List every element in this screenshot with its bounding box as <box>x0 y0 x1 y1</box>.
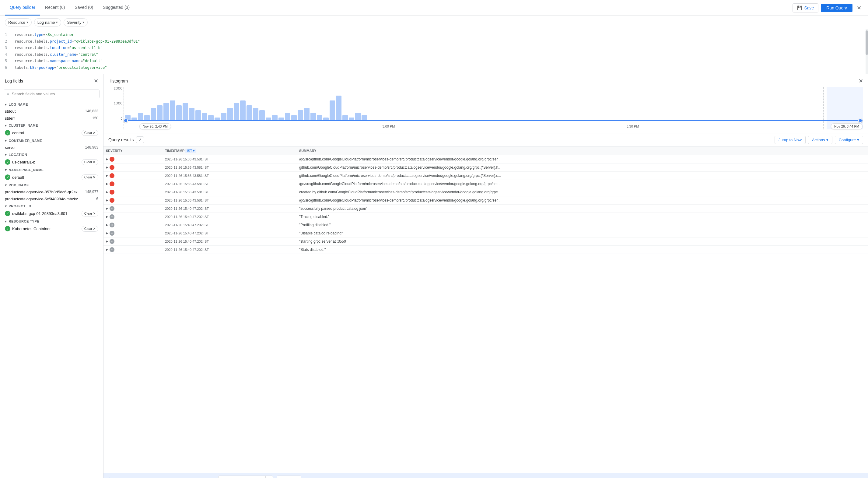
search-fields-container: ≡ <box>4 90 99 98</box>
row-expand-icon[interactable]: ▶ <box>106 231 110 235</box>
field-count: 148,833 <box>85 109 98 113</box>
row-expand-icon[interactable]: ▶ <box>106 157 110 161</box>
table-row[interactable]: ▶!2020-11-26 15:36:43.581 ISTcreated by … <box>103 188 868 196</box>
section-namespace-name[interactable]: ▾ NAMESPACE_NAME <box>0 166 103 173</box>
close-button[interactable]: ✕ <box>855 3 863 13</box>
chevron-down-icon: ▾ <box>5 124 7 127</box>
section-project-id[interactable]: ▾ PROJECT_ID <box>0 203 103 209</box>
severity-icon: ○ <box>110 239 115 244</box>
list-item[interactable]: stdout 148,833 <box>0 108 103 115</box>
expand-results-button[interactable]: ⤢ <box>136 137 144 143</box>
table-row[interactable]: ▶!2020-11-26 15:36:43.581 IST/go/src/git… <box>103 155 868 163</box>
right-panel: Histogram ✕ 20000 10000 0 <box>103 74 868 478</box>
summary-cell: /go/src/github.com/GoogleCloudPlatform/m… <box>297 196 868 204</box>
save-button[interactable]: 💾 Save <box>793 3 818 12</box>
logname-filter-chip[interactable]: Log name ▾ <box>34 18 61 27</box>
row-expand-icon[interactable]: ▶ <box>106 240 110 243</box>
list-item[interactable]: productcatalogservice-5c5f48984c-mbzkz 6 <box>0 196 103 203</box>
row-expand-icon[interactable]: ▶ <box>106 174 110 177</box>
row-expand-icon[interactable]: ▶ <box>106 207 110 210</box>
summary-cell: "Tracing disabled." <box>297 212 868 221</box>
severity-icon: ! <box>110 181 115 186</box>
clear-button[interactable]: Clear ✕ <box>82 175 98 180</box>
actions-button[interactable]: Actions ▾ <box>808 136 832 144</box>
info-icon: ℹ <box>108 477 110 478</box>
query-line-2: 2 resource.labels.project_id="qwiklabs-g… <box>5 38 863 45</box>
table-row[interactable]: ▶○2020-11-26 15:40:47.202 IST"Stats disa… <box>103 245 868 253</box>
section-pod-name[interactable]: ▾ POD_NAME <box>0 181 103 188</box>
table-row[interactable]: ▶!2020-11-26 15:36:43.581 IST/go/src/git… <box>103 180 868 188</box>
table-row[interactable]: ▶○2020-11-26 15:40:47.202 IST"Disable ca… <box>103 229 868 237</box>
row-expand-icon[interactable]: ▶ <box>106 166 110 169</box>
timestamp-cell: 2020-11-26 15:36:43.581 IST <box>162 180 297 188</box>
section-container-name[interactable]: ▾ CONTAINER_NAME <box>0 137 103 144</box>
col-timestamp[interactable]: TIMESTAMP IST ▾ <box>162 147 297 155</box>
list-item[interactable]: ✓ central Clear ✕ <box>0 129 103 137</box>
table-row[interactable]: ▶!2020-11-26 15:36:43.581 ISTgithub.com/… <box>103 171 868 180</box>
list-item[interactable]: ✓ us-central1-b Clear ✕ <box>0 158 103 166</box>
clear-button[interactable]: Clear ✕ <box>82 211 98 216</box>
row-expand-icon[interactable]: ▶ <box>106 215 110 218</box>
results-title: Query results <box>108 137 134 142</box>
query-scrollbar[interactable] <box>866 29 868 74</box>
list-item[interactable]: server 148,983 <box>0 144 103 151</box>
list-item[interactable]: ✓ default Clear ✕ <box>0 173 103 181</box>
list-item[interactable]: ✓ Kubernetes Container Clear ✕ <box>0 225 103 233</box>
severity-icon: ! <box>110 198 115 203</box>
section-resource-type[interactable]: ▾ RESOURCE TYPE <box>0 218 103 225</box>
row-expand-icon[interactable]: ▶ <box>106 223 110 227</box>
query-editor[interactable]: 1 resource.type=k8s_container 2 resource… <box>0 29 868 74</box>
summary-cell: /go/src/github.com/GoogleCloudPlatform/m… <box>297 180 868 188</box>
histogram-y-axis: 20000 10000 0 <box>108 87 124 120</box>
field-label: us-central1-b <box>12 160 35 165</box>
field-label: stdout <box>5 109 16 114</box>
tab-saved[interactable]: Saved (0) <box>70 0 98 16</box>
tab-suggested[interactable]: Suggested (3) <box>98 0 134 16</box>
table-row[interactable]: ▶○2020-11-26 15:40:47.202 IST"Profiling … <box>103 221 868 229</box>
table-row[interactable]: ▶○2020-11-26 15:40:47.202 IST"Tracing di… <box>103 212 868 221</box>
results-header: Query results ⤢ Jump to Now Actions ▾ Co… <box>103 133 868 147</box>
tab-recent[interactable]: Recent (6) <box>40 0 70 16</box>
resource-filter-chip[interactable]: Resource ▾ <box>5 18 32 27</box>
section-location[interactable]: ▾ LOCATION <box>0 151 103 158</box>
severity-icon: ! <box>110 173 115 178</box>
extend-time-dropdown-button[interactable]: ▾ <box>266 476 273 478</box>
table-row[interactable]: ▶○2020-11-26 15:40:47.202 IST"successful… <box>103 204 868 212</box>
chevron-down-icon: ▾ <box>5 219 7 223</box>
search-fields-input[interactable] <box>12 92 96 96</box>
table-row[interactable]: ▶○2020-11-26 15:40:47.202 IST"starting g… <box>103 237 868 245</box>
section-log-name[interactable]: ▾ LOG NAME <box>0 101 103 108</box>
run-query-button[interactable]: Run Query <box>821 4 852 12</box>
tab-query-builder[interactable]: Query builder <box>5 0 40 16</box>
configure-button[interactable]: Configure ▾ <box>835 136 863 144</box>
chevron-down-icon: ▾ <box>5 183 7 187</box>
jump-to-now-button[interactable]: Jump to Now <box>775 136 806 144</box>
clear-button[interactable]: Clear ✕ <box>82 159 98 165</box>
query-line-6: 6 labels.k8s-pod/app="productcatalogserv… <box>5 64 863 71</box>
table-row[interactable]: ▶!2020-11-26 15:36:43.581 ISTgithub.com/… <box>103 163 868 171</box>
timestamp-cell: 2020-11-26 15:40:47.202 IST <box>162 212 297 221</box>
check-icon: ✓ <box>5 226 10 231</box>
clear-button[interactable]: Clear ✕ <box>82 130 98 136</box>
row-expand-icon[interactable]: ▶ <box>106 199 110 202</box>
list-item[interactable]: productcatalogservice-857b8d5dc6-qr2sx 1… <box>0 188 103 196</box>
row-expand-icon[interactable]: ▶ <box>106 248 110 251</box>
row-expand-icon[interactable]: ▶ <box>106 190 110 193</box>
edit-time-button[interactable]: Edit time <box>277 476 301 478</box>
row-expand-icon[interactable]: ▶ <box>106 182 110 185</box>
histogram-close-button[interactable]: ✕ <box>859 78 863 84</box>
ist-badge[interactable]: IST ▾ <box>185 149 196 153</box>
table-row[interactable]: ▶!2020-11-26 15:36:43.581 IST/go/src/git… <box>103 196 868 204</box>
log-fields-close-button[interactable]: ✕ <box>94 78 98 84</box>
list-item[interactable]: ✓ qwiklabs-gcp-01-29893ea3df01 Clear ✕ <box>0 209 103 218</box>
extend-time-button[interactable]: Extend time by: 1 hour <box>219 476 266 478</box>
severity-filter-chip[interactable]: Severity ▾ <box>64 18 88 27</box>
timestamp-cell: 2020-11-26 15:36:43.581 IST <box>162 155 297 163</box>
check-icon: ✓ <box>5 159 10 165</box>
list-item[interactable]: stderr 150 <box>0 115 103 122</box>
section-cluster-name[interactable]: ▾ CLUSTER_NAME <box>0 122 103 129</box>
timestamp-cell: 2020-11-26 15:36:43.581 IST <box>162 188 297 196</box>
clear-button[interactable]: Clear ✕ <box>82 226 98 232</box>
query-line-1: 1 resource.type=k8s_container <box>5 32 863 38</box>
summary-cell: github.com/GoogleCloudPlatform/microserv… <box>297 171 868 180</box>
